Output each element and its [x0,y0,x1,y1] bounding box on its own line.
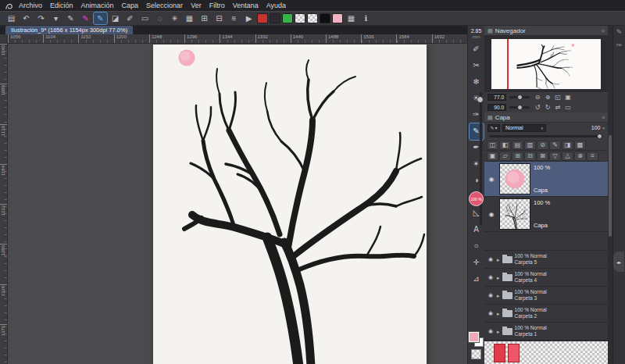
rotate-value-field[interactable]: 90.0 [488,104,506,111]
transfer-layer-button[interactable]: ⊟ [524,152,536,161]
onion-skin-icon[interactable]: ≡ [227,12,241,24]
delete-layer-button[interactable]: ⊗ [574,152,586,161]
layer-opacity-value[interactable]: 100 [591,125,601,130]
navigator-menu-icon[interactable]: ≡ [602,28,605,34]
layers-menu-icon[interactable]: ≡ [602,115,605,120]
transparent-color-swatch[interactable] [471,349,481,359]
snap-guide-icon[interactable]: ⊟ [212,12,226,24]
lasso-icon[interactable]: ◌ [153,12,166,24]
pixel-grid-icon[interactable]: ▦ [345,12,358,24]
marker-icon[interactable]: ✐ [123,12,137,24]
layer-folder-row[interactable]: ◉ ▸ 100 % Normal Carpeta 4 [484,269,608,287]
ruler-tool-icon[interactable]: ⊿ [470,271,484,287]
canvas-paper[interactable] [153,45,427,364]
menu-item[interactable]: Seleccionar [142,0,187,11]
menu-item[interactable]: Ayuda [262,0,290,11]
new-layer-button[interactable]: ▣ [487,152,498,161]
visibility-eye-icon[interactable]: ◉ [487,256,495,262]
pen-slant-icon[interactable]: ✐ [470,41,484,58]
play-icon[interactable]: ▶ [242,12,255,24]
layer-effect-combo[interactable]: ✎▾ [488,124,500,132]
lock-pixels-icon[interactable]: ✎ [549,141,561,150]
snap-ruler-icon[interactable]: ⊞ [198,12,211,24]
visibility-eye-icon[interactable]: ◉ [487,274,495,280]
ruler-range-icon[interactable]: ▩ [574,141,586,150]
info-icon[interactable]: ℹ [359,12,373,24]
layer-opacity-knob[interactable] [597,134,602,139]
expand-caret-icon[interactable]: ▸ [497,311,500,316]
rotate-right-button[interactable]: ↻ [543,103,552,112]
menu-item[interactable]: Animación [77,0,118,11]
flip-horizontal-button[interactable]: ⇄ [553,103,562,112]
layer-folder-row[interactable]: ◉ ▸ 100 % Normal Carpeta 2 [484,305,608,323]
clip-layer-icon[interactable]: ◧ [499,141,511,150]
layer-row[interactable]: ◉ 100 % Capa [484,197,608,232]
reference-layer-icon[interactable]: ▤ [512,141,523,150]
swatch-transparent-1[interactable] [295,13,305,23]
magenta-pen-icon[interactable]: ✎ [79,12,92,24]
zoom-out-button[interactable]: ⊖ [533,93,542,102]
fit-screen-button[interactable]: ◱ [553,93,562,102]
eraser-icon[interactable]: ◪ [109,12,122,24]
enable-mask-icon[interactable]: ◨ [562,141,573,150]
layer-folder-row[interactable]: ◉ ▸ 100 % Normal Carpeta 3 [484,287,608,305]
layer-thumbnail-tree[interactable] [499,198,530,230]
visibility-eye-icon[interactable]: ◉ [487,176,496,183]
navigator-thumbnail[interactable] [491,39,601,89]
layer-menu-button[interactable]: ≡ [587,152,598,161]
zoom-slider[interactable] [509,96,530,98]
zoom-slider-knob[interactable] [517,95,523,100]
workspace-icon[interactable]: ▤ [5,12,18,24]
tool-opacity-badge[interactable]: 100 % [469,191,484,206]
red-color-chip[interactable] [508,344,520,362]
navigator-view-frame[interactable] [507,39,509,89]
layer-row-selected[interactable]: ◉ 100 % Capa [484,162,608,197]
blend-mode-dropdown[interactable]: Normal ▾ [502,124,546,132]
visibility-eye-icon[interactable]: ◉ [487,310,495,316]
layer-thumbnail-sun[interactable] [499,163,530,194]
menu-item[interactable]: Capa [118,0,143,11]
swatch-pink[interactable] [332,13,343,23]
visibility-eye-icon[interactable]: ◉ [487,211,496,218]
expand-caret-icon[interactable]: ▸ [497,329,500,334]
menu-item[interactable]: Filtro [205,0,229,11]
redo-icon[interactable]: ↷ [34,12,48,24]
swatch-transparent-2[interactable] [307,13,318,23]
panel-scrollbar-thumb[interactable] [609,135,612,237]
blue-pencil-icon[interactable]: ✎ [94,12,107,24]
new-vector-layer-button[interactable]: ▱ [499,152,511,161]
draft-layer-icon[interactable]: ▥ [524,141,536,150]
apply-mask-button[interactable]: ▽ [549,152,561,161]
swatch-red[interactable] [257,13,268,23]
layer-folder-row[interactable]: ◉ ▸ 100 % Normal Carpeta 5 [484,251,608,269]
expand-caret-icon[interactable]: ▸ [497,257,500,262]
swatch-dark[interactable] [270,13,280,23]
scissors-icon[interactable]: ✂ [470,58,484,74]
magic-wand-icon[interactable]: ✳ [168,12,181,24]
panel-collapse-handle[interactable]: ◂▸ [613,252,624,272]
expand-caret-icon[interactable]: ▸ [497,293,500,298]
visibility-eye-icon[interactable]: ◉ [487,292,495,298]
rotate-left-button[interactable]: ↺ [533,103,542,112]
layer-mask-icon[interactable]: ◫ [487,141,498,150]
zoom-value-field[interactable]: 77.0 [488,94,506,101]
move-tool-icon[interactable]: ✛ [470,255,484,271]
expand-caret-icon[interactable]: ▸ [497,275,500,280]
menu-item[interactable]: Ventana [229,0,262,11]
undo-icon[interactable]: ↶ [20,12,33,24]
grid-icon[interactable]: ▦ [183,12,196,24]
visibility-eye-icon[interactable]: ◉ [487,328,495,334]
zoom-in-button[interactable]: ⊕ [543,93,552,102]
layer-row-paper-colors[interactable] [484,341,608,364]
brush-size-slider-knob[interactable] [477,96,484,103]
document-tab[interactable]: Ilustración_9* (1656 x 1154px 300dpi 77.… [5,26,133,34]
menu-item[interactable]: Ver [187,0,205,11]
swatch-black[interactable] [320,13,330,23]
balloon-tool-icon[interactable]: ○ [470,238,484,255]
snowflake-icon[interactable]: ❄ [470,74,484,91]
new-folder-button[interactable]: ⊞ [512,152,523,161]
menu-item[interactable]: Edición [46,0,77,11]
rotate-slider-knob[interactable] [517,105,523,110]
red-color-chip[interactable] [494,344,505,362]
layer-folder-row[interactable]: ◉ ▸ 100 % Normal Carpeta 1 [484,323,608,341]
